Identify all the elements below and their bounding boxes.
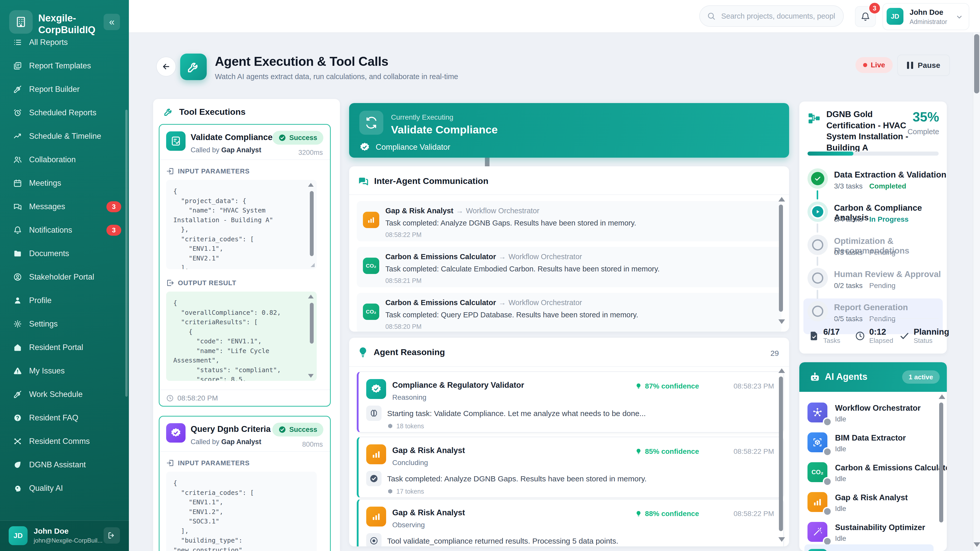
wrench-icon xyxy=(186,60,200,74)
reasoning-count: 29 xyxy=(770,349,779,358)
sidebar-item-meetings[interactable]: Meetings xyxy=(0,171,129,195)
agent-name: BIM Data Extractor xyxy=(835,433,906,443)
logout-button[interactable] xyxy=(103,527,120,544)
reasoning-scrollbar[interactable] xyxy=(779,376,783,531)
code-scroll-down[interactable] xyxy=(308,374,313,378)
sidebar-item-quality-ai[interactable]: Quality AI xyxy=(0,476,129,500)
message-time: 08:58:21 PM xyxy=(385,277,422,284)
schedule-icon xyxy=(13,108,22,117)
tool-card-query-dgnb-criteria[interactable]: Query Dgnb Criteria Called by Gap Analys… xyxy=(159,416,331,551)
arrow-icon: → xyxy=(453,206,466,215)
agent-name: Gap & Risk Analyst xyxy=(392,446,465,455)
network-icon xyxy=(13,437,22,446)
agent-row[interactable]: Gap & Risk Analyst Idle xyxy=(804,491,934,518)
sidebar-item-resident-portal[interactable]: Resident Portal xyxy=(0,336,129,359)
eye-icon xyxy=(366,533,382,546)
output-json-block[interactable]: { "overallCompliance": 0.82, "criteriaRe… xyxy=(166,292,317,381)
executing-tool-name: Validate Compliance xyxy=(391,124,498,136)
input-json-block[interactable]: { "project_data": { "name": "HVAC System… xyxy=(166,180,317,269)
confidence: 85% confidence xyxy=(635,448,699,456)
input-json: { "criteria_codes": [ "ENV1.1", "ENV1.2"… xyxy=(166,472,317,551)
sidebar-item-settings[interactable]: Settings xyxy=(0,312,129,336)
sidebar-item-my-issues[interactable]: My Issues xyxy=(0,359,129,383)
active-count-badge: 1 active xyxy=(902,370,940,384)
confidence: 88% confidence xyxy=(635,510,699,518)
message-header: Carbon & Emissions Calculator→Workflow O… xyxy=(385,252,582,261)
sidebar-item-work-schedule[interactable]: Work Schedule xyxy=(0,383,129,406)
code-scroll-up[interactable] xyxy=(308,183,313,187)
agent-row-active[interactable]: Compliance & Regulat xyxy=(804,545,934,551)
tool-card-validate-compliance[interactable]: Validate Compliance Called by Gap Analys… xyxy=(159,124,331,407)
status-dot xyxy=(823,477,832,486)
sidebar-item-notifications[interactable]: Notifications 3 xyxy=(0,218,129,242)
reasoning-entry: Gap & Risk Analyst Concluding 85% confid… xyxy=(357,437,784,498)
agent-row[interactable]: Sustainability Optimizer Idle xyxy=(804,520,934,548)
input-icon xyxy=(166,167,174,175)
sidebar-item-report-templates[interactable]: Report Templates xyxy=(0,54,129,78)
stat-elapsed: 0:12Elapsed xyxy=(855,327,893,345)
sidebar-item-profile[interactable]: Profile xyxy=(0,289,129,312)
agent-row[interactable]: BIM Data Extractor Idle xyxy=(804,431,934,458)
agent-status: Idle xyxy=(835,415,846,423)
lightbulb-icon xyxy=(635,383,642,389)
agents-scroll-up[interactable] xyxy=(939,394,945,399)
status-dot xyxy=(823,417,832,427)
collapse-sidebar-button[interactable]: « xyxy=(103,14,120,30)
reasoning-scroll-up[interactable] xyxy=(778,368,785,373)
user-email: john@Nexgile-CorpBuil... xyxy=(34,537,103,544)
search-bar[interactable] xyxy=(699,5,844,27)
code-scrollbar[interactable] xyxy=(310,303,313,344)
page-scrollbar[interactable] xyxy=(973,0,980,551)
user-menu[interactable]: JD John Doe Administrator xyxy=(883,3,969,30)
token-count: 18 tokens xyxy=(387,422,424,430)
input-icon xyxy=(166,459,174,467)
phase-meta: 0/3 tasksPending xyxy=(834,248,896,257)
sidebar-item-dgnb-assistant[interactable]: DGNB Assistant xyxy=(0,453,129,476)
code-scrollbar[interactable] xyxy=(310,191,313,256)
back-button[interactable] xyxy=(156,57,176,76)
agent-message: Gap & Risk Analyst→Workflow Orchestrator… xyxy=(357,201,781,241)
message-body: Task completed: Analyze DGNB Gaps. Resul… xyxy=(385,219,636,227)
agent-row[interactable]: Workflow Orchestrator Idle xyxy=(804,401,934,429)
sidebar-item-scheduled-reports[interactable]: Scheduled Reports xyxy=(0,101,129,124)
sidebar-item-messages[interactable]: Messages 3 xyxy=(0,195,129,218)
badge-check-icon xyxy=(166,423,186,443)
lightbulb-icon xyxy=(635,448,642,455)
message-time: 08:58:20 PM xyxy=(385,323,422,330)
phase-name: Human Review & Approval xyxy=(834,269,941,279)
sidebar-item-collaboration[interactable]: Collaboration xyxy=(0,148,129,171)
sidebar-item-report-builder[interactable]: Report Builder xyxy=(0,78,129,101)
badge-check-icon xyxy=(366,379,386,399)
sidebar-user-card[interactable]: JD John Doe john@Nexgile-CorpBuil... xyxy=(0,520,129,551)
stat-status: PlanningStatus xyxy=(899,327,949,345)
progress-bar-fill xyxy=(808,151,853,156)
brand-name: Nexgile-CorpBuildIQ xyxy=(38,12,107,36)
sidebar-item-all-reports[interactable]: All Reports xyxy=(0,38,129,54)
users-icon xyxy=(13,156,22,164)
resize-handle[interactable] xyxy=(310,263,315,267)
sidebar-item-documents[interactable]: Documents xyxy=(0,242,129,265)
page-scroll-down[interactable] xyxy=(974,542,980,547)
tool-name: Query Dgnb Criteria xyxy=(191,424,271,434)
templates-icon xyxy=(13,62,22,70)
sidebar-item-schedule-timeline[interactable]: Schedule & Timeline xyxy=(0,124,129,148)
input-json-block[interactable]: { "criteria_codes": [ "ENV1.1", "ENV1.2"… xyxy=(166,472,317,551)
page-scroll-thumb[interactable] xyxy=(974,34,979,94)
sidebar-scrollbar[interactable] xyxy=(125,110,127,397)
sidebar-item-resident-comms[interactable]: Resident Comms xyxy=(0,430,129,453)
pause-button[interactable]: Pause xyxy=(897,55,950,76)
arrow-icon: → xyxy=(496,299,509,306)
search-input[interactable] xyxy=(721,12,836,21)
comm-scroll-down[interactable] xyxy=(778,319,785,324)
sidebar-item-stakeholder-portal[interactable]: Stakeholder Portal xyxy=(0,265,129,289)
comm-scroll-up[interactable] xyxy=(778,197,785,202)
agents-scrollbar[interactable] xyxy=(939,403,943,522)
reasoning-scroll-down[interactable] xyxy=(778,537,785,542)
sidebar-item-resident-faq[interactable]: Resident FAQ xyxy=(0,406,129,430)
agent-message: CO₂ Carbon & Emissions Calculator→Workfl… xyxy=(357,247,781,287)
code-scroll-up[interactable] xyxy=(308,295,313,299)
page-subtitle: Watch AI agents extract data, run calcul… xyxy=(215,73,458,81)
agent-row[interactable]: CO₂ Carbon & Emissions Calculator Idle xyxy=(804,461,934,488)
badge-check-icon xyxy=(360,142,370,152)
comm-scrollbar[interactable] xyxy=(779,205,783,312)
